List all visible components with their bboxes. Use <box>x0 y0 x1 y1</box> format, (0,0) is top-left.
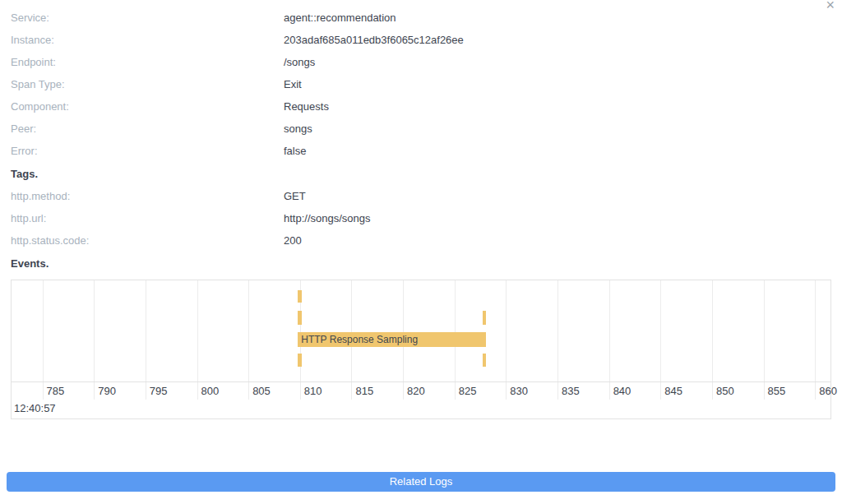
gridline <box>764 280 765 381</box>
gridline <box>660 280 661 381</box>
tag-label: http.url: <box>11 212 46 224</box>
tag-label: http.method: <box>11 190 70 202</box>
axis-tick <box>455 382 456 400</box>
gridline <box>557 280 558 381</box>
axis-tick-label: 850 <box>716 382 734 400</box>
axis-tick-label: 830 <box>510 382 528 400</box>
detail-row: Endpoint:/songs <box>11 56 831 68</box>
detail-row: Span Type:Exit <box>11 78 831 90</box>
tag-value: GET <box>284 190 306 202</box>
tag-value: http://songs/songs <box>284 212 371 224</box>
span-fields: Service:agent::recommendationInstance:20… <box>11 12 831 157</box>
gridline <box>146 280 146 381</box>
gridline <box>94 280 95 381</box>
axis-tick <box>351 382 352 400</box>
field-value: Exit <box>284 78 302 90</box>
span-detail-panel: × Service:agent::recommendationInstance:… <box>0 0 842 504</box>
axis-tick-label: 805 <box>252 382 271 400</box>
tag-value: 200 <box>284 234 302 247</box>
start-time-label: 12:40:57 <box>14 402 56 414</box>
tag-label: http.status.code: <box>11 234 89 247</box>
axis-tick-label: 800 <box>201 382 220 400</box>
axis-tick <box>506 382 507 400</box>
related-logs-button[interactable]: Related Logs <box>7 472 835 492</box>
axis-tick-label: 840 <box>613 382 632 400</box>
detail-row: Service:agent::recommendation <box>11 12 831 24</box>
field-value: songs <box>284 123 312 135</box>
field-label: Service: <box>11 12 49 24</box>
gridline <box>197 280 198 381</box>
gridline <box>43 280 44 381</box>
gridline <box>506 280 507 381</box>
field-value: false <box>284 145 306 157</box>
axis-tick-label: 835 <box>562 382 580 400</box>
axis-tick <box>146 382 146 400</box>
axis-tick <box>815 382 816 400</box>
axis-tick-label: 810 <box>304 382 322 400</box>
axis-tick <box>557 382 558 400</box>
axis-tick-label: 790 <box>98 382 116 400</box>
close-icon[interactable]: × <box>826 0 835 12</box>
axis-tick <box>248 382 249 400</box>
field-label: Instance: <box>11 34 54 46</box>
axis-tick <box>300 382 301 400</box>
gridline <box>609 280 610 381</box>
timeline-plot-area: HTTP Response Sampling <box>12 280 830 382</box>
tags-header: Tags. <box>11 168 831 180</box>
event-mark[interactable] <box>298 290 301 303</box>
axis-tick-label: 820 <box>407 382 425 400</box>
timeline-start-time-row: 12:40:57 <box>12 400 830 418</box>
detail-row: http.status.code:200 <box>11 234 831 247</box>
field-value: Requests <box>284 100 329 113</box>
field-label: Component: <box>11 100 69 113</box>
gridline <box>815 280 816 381</box>
event-mark[interactable] <box>298 311 301 325</box>
field-value: agent::recommendation <box>284 12 396 24</box>
axis-tick <box>197 382 198 400</box>
events-timeline-chart: HTTP Response Sampling 78579079580080581… <box>11 280 831 419</box>
axis-tick <box>94 382 95 400</box>
detail-row: Component:Requests <box>11 100 831 113</box>
gridline <box>403 280 404 381</box>
field-value: /songs <box>284 56 315 68</box>
event-bar-label: HTTP Response Sampling <box>298 332 486 347</box>
timeline-x-axis: 7857907958008058108158208258308358408458… <box>12 382 830 400</box>
axis-tick <box>764 382 765 400</box>
field-label: Peer: <box>11 123 36 135</box>
axis-tick-label: 815 <box>355 382 373 400</box>
event-mark[interactable] <box>483 354 486 367</box>
axis-tick <box>403 382 404 400</box>
axis-tick <box>660 382 661 400</box>
axis-tick-label: 795 <box>150 382 168 400</box>
events-header: Events. <box>11 257 831 270</box>
detail-row: http.method:GET <box>11 190 831 202</box>
gridline <box>248 280 249 381</box>
axis-tick <box>43 382 44 400</box>
event-bar[interactable]: HTTP Response Sampling <box>298 332 486 347</box>
field-label: Span Type: <box>11 78 65 90</box>
gridline <box>455 280 456 381</box>
detail-row: Error:false <box>11 145 831 157</box>
axis-tick-label: 855 <box>768 382 786 400</box>
field-value: 203adaf685a011edb3f6065c12af26ee <box>284 34 464 46</box>
span-detail-content: Service:agent::recommendationInstance:20… <box>0 0 842 419</box>
axis-tick-label: 825 <box>459 382 477 400</box>
gridline <box>712 280 713 381</box>
detail-row: Peer:songs <box>11 123 831 135</box>
axis-tick <box>712 382 713 400</box>
axis-tick-label: 845 <box>664 382 682 400</box>
field-label: Error: <box>11 145 38 157</box>
axis-tick-label: 785 <box>47 382 65 400</box>
axis-tick-label: 860 <box>819 382 837 400</box>
detail-row: http.url:http://songs/songs <box>11 212 831 224</box>
detail-row: Instance:203adaf685a011edb3f6065c12af26e… <box>11 34 831 46</box>
event-mark[interactable] <box>298 354 301 367</box>
axis-tick <box>609 382 610 400</box>
span-tags: http.method:GEThttp.url:http://songs/son… <box>11 190 831 247</box>
event-mark[interactable] <box>483 311 486 325</box>
gridline <box>351 280 352 381</box>
field-label: Endpoint: <box>11 56 56 68</box>
